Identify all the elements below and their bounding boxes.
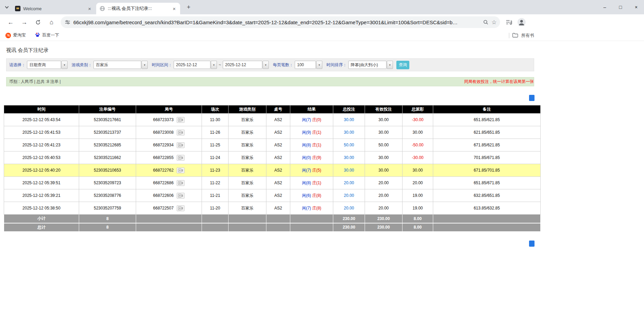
baidu-icon — [35, 32, 40, 39]
cell-time: 2025-12-12 05:43:54 — [4, 114, 79, 126]
dropdown-button[interactable]: ▼ — [316, 61, 322, 69]
cell-payout: 20.00 — [402, 177, 433, 189]
cell-game-type: 百家乐 — [229, 126, 266, 139]
round-replay-button[interactable] — [177, 142, 185, 148]
table-row[interactable]: 2025-12-12 05:40:53523035211662668722855… — [4, 151, 541, 164]
bookmark-taobao[interactable]: 淘 爱淘宝 — [5, 32, 26, 38]
round-replay-button[interactable] — [177, 180, 185, 186]
cell-remark: 651.85/671.85 — [433, 177, 541, 189]
cell-remark: 671.85/621.85 — [433, 139, 541, 151]
cell-time: 2025-12-12 05:39:21 — [4, 189, 79, 202]
total-bet-link[interactable]: 30.00 — [344, 168, 354, 173]
table-row[interactable]: 2025-12-12 05:40:20523035210653668722762… — [4, 164, 541, 177]
forward-button[interactable]: → — [18, 16, 30, 28]
select-label: 请选择： — [9, 62, 26, 68]
cell-bet-id: 523035208776 — [79, 189, 136, 202]
new-tab-button[interactable]: + — [184, 3, 193, 12]
cell-remark: 621.85/651.85 — [433, 126, 541, 139]
table-row[interactable]: 2025-12-12 05:38:50523035207759668722507… — [4, 202, 541, 215]
cell-result: 闲(7) 庄(0) — [290, 114, 333, 126]
zoom-indicator-icon[interactable] — [483, 19, 488, 25]
maximize-button[interactable]: □ — [613, 0, 628, 14]
profile-avatar[interactable] — [517, 18, 526, 27]
back-button[interactable]: ← — [5, 16, 16, 28]
cell-remark: 613.85/632.85 — [433, 202, 541, 215]
tab-welcome[interactable]: Welcome × — [12, 3, 96, 14]
sort-input[interactable] — [348, 61, 386, 69]
globe-favicon-icon — [100, 6, 105, 11]
dropdown-button[interactable]: ▼ — [387, 61, 393, 69]
result-player: 闲(6) — [302, 193, 311, 198]
result-banker: 庄(1) — [312, 180, 321, 185]
tab-betrecord[interactable]: :::视讯 会员下注纪录::: × — [96, 3, 180, 14]
round-replay-button[interactable] — [177, 130, 185, 135]
close-button[interactable]: × — [628, 0, 644, 14]
scroll-indicator-top[interactable] — [529, 95, 535, 101]
total-bet-link[interactable]: 20.00 — [344, 180, 354, 185]
tab-search-chevron-icon[interactable] — [4, 4, 10, 11]
round-replay-button[interactable] — [177, 117, 185, 123]
dropdown-button[interactable]: ▼ — [211, 61, 217, 69]
video-replay-icon — [178, 206, 183, 210]
total-bet-link[interactable]: 20.00 — [344, 193, 354, 198]
table-row[interactable]: 2025-12-12 05:41:23523035212685668722934… — [4, 139, 541, 151]
cell-table-no: AS2 — [266, 139, 290, 151]
round-replay-button[interactable] — [177, 193, 185, 199]
tab-close-icon[interactable]: × — [87, 6, 92, 12]
cell-game-type: 百家乐 — [229, 114, 266, 126]
total-bet-link[interactable]: 30.00 — [344, 117, 354, 122]
site-settings-icon[interactable] — [65, 19, 70, 25]
game-type-input[interactable] — [93, 61, 141, 69]
page-size-input[interactable] — [295, 61, 316, 69]
table-row[interactable]: 2025-12-12 05:43:54523035217661668723373… — [4, 114, 541, 126]
all-bookmarks[interactable]: 所有书 — [509, 30, 534, 41]
cell-bet-id: 523035217661 — [79, 114, 136, 126]
cell-valid-bet: 30.00 — [365, 114, 402, 126]
query-type-combobox: ▼ — [27, 61, 68, 69]
cell-payout: -30.00 — [402, 114, 433, 126]
table-row[interactable]: 2025-12-12 05:41:53523035213737668723008… — [4, 126, 541, 139]
address-bar[interactable]: 66cxkj98.com/game/betrecord_search/kind3… — [61, 16, 500, 28]
table-row[interactable]: 2025-12-12 05:39:51523035209723668722686… — [4, 177, 541, 189]
date-start-combobox: ▼ — [174, 61, 217, 69]
column-header: 场次 — [202, 105, 229, 114]
result-banker: 庄(5) — [312, 168, 321, 173]
dropdown-button[interactable]: ▼ — [142, 61, 148, 69]
cell-total-bet: 20.00 — [333, 202, 365, 215]
video-replay-icon — [178, 194, 183, 198]
total-bet-link[interactable]: 50.00 — [344, 143, 354, 147]
cell-valid-bet: 20.00 — [365, 189, 402, 202]
round-replay-button[interactable] — [177, 155, 185, 161]
dropdown-button[interactable]: ▼ — [263, 61, 269, 69]
dropdown-button[interactable]: ▼ — [61, 61, 68, 69]
round-replay-button[interactable] — [177, 168, 185, 173]
total-bet-link[interactable]: 30.00 — [344, 130, 354, 135]
bookmark-star-icon[interactable]: ☆ — [492, 19, 497, 26]
bookmark-baidu[interactable]: 百度一下 — [35, 32, 59, 39]
cell-game-type: 百家乐 — [229, 202, 266, 215]
date-start-input[interactable] — [174, 61, 210, 69]
cell-valid-bet: 30.00 — [365, 164, 402, 177]
cell-remark: 701.85/671.85 — [433, 151, 541, 164]
cell-bet-id: 523035211662 — [79, 151, 136, 164]
table-row[interactable]: 2025-12-12 05:39:21523035208776668722606… — [4, 189, 541, 202]
total-payout: 8.00 — [402, 223, 433, 232]
total-bet-link[interactable]: 30.00 — [344, 155, 354, 160]
scroll-indicator-bottom[interactable] — [529, 241, 535, 247]
cell-payout: -30.00 — [402, 151, 433, 164]
home-button[interactable]: ⌂ — [46, 16, 57, 28]
search-button[interactable]: 查询 — [396, 61, 409, 69]
query-type-input[interactable] — [27, 61, 61, 69]
total-bet-link[interactable]: 20.00 — [344, 206, 354, 211]
date-end-input[interactable] — [223, 61, 262, 69]
reload-button[interactable] — [32, 16, 44, 28]
round-replay-button[interactable] — [177, 205, 185, 211]
date-end-combobox: ▼ — [223, 61, 269, 69]
video-replay-icon — [178, 181, 183, 185]
tab-title: Welcome — [23, 6, 84, 11]
side-panel-icon[interactable] — [506, 19, 512, 25]
tab-close-icon[interactable]: × — [172, 6, 177, 12]
minimize-button[interactable]: – — [597, 0, 613, 14]
url-text[interactable]: 66cxkj98.com/game/betrecord_search/kind3… — [73, 19, 480, 25]
subtotal-valid-bet: 230.00 — [365, 215, 402, 223]
